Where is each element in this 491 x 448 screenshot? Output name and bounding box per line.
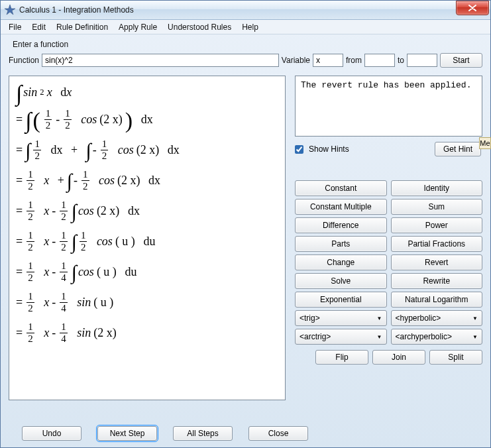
rule-sum[interactable]: Sum — [391, 199, 483, 215]
menu-help[interactable]: Help — [237, 21, 264, 33]
integral-icon: ∫ — [25, 108, 31, 133]
hint-message-box: The revert rule has been applied. — [295, 76, 482, 137]
window-close-button[interactable] — [456, 1, 489, 15]
all-steps-button[interactable]: All Steps — [173, 426, 233, 441]
rule-constant[interactable]: Constant — [295, 180, 387, 196]
bottom-button-row: Undo Next Step All Steps Close — [9, 422, 482, 441]
title-bar: Calculus 1 - Integration Methods — [1, 1, 490, 20]
integral-icon: ∫ — [72, 261, 77, 284]
math-steps-box: ∫ sin2x dx = ∫ ( 12 - 12 cos(2 x) ) dx — [9, 76, 286, 400]
function-label: Function — [9, 56, 39, 65]
rule-parts[interactable]: Parts — [295, 236, 387, 252]
right-panel: The revert rule has been applied. Show H… — [295, 76, 482, 364]
get-hint-button[interactable]: Get Hint — [435, 142, 481, 156]
flip-button[interactable]: Flip — [315, 350, 368, 364]
rule-change[interactable]: Change — [295, 254, 387, 270]
enter-function-label: Enter a function — [13, 40, 482, 49]
split-button[interactable]: Split — [429, 350, 482, 364]
math-line: = ∫ ( 12 - 12 cos(2 x) ) dx — [16, 104, 278, 135]
math-line: = 12 x - 14 sin( u ) — [16, 287, 278, 317]
chevron-down-icon: ▼ — [472, 334, 478, 340]
variable-label: Variable — [282, 56, 310, 65]
variable-input[interactable] — [313, 54, 343, 67]
math-line: ∫ sin2x dx — [16, 80, 278, 104]
function-input[interactable] — [42, 54, 279, 67]
integral-icon: ∫ — [86, 139, 91, 162]
show-hints-input[interactable] — [295, 145, 303, 154]
function-row: Function Variable from to Start — [9, 53, 482, 68]
to-input[interactable] — [407, 54, 437, 67]
to-label: to — [398, 56, 404, 65]
menu-bar: File Edit Rule Definition Apply Rule Und… — [1, 20, 490, 34]
integral-icon: ∫ — [72, 231, 77, 253]
math-line: = 12 x - 12 ∫ cos(2 x) dx — [16, 196, 278, 226]
integral-icon: ∫ — [67, 170, 72, 192]
from-label: from — [346, 56, 362, 65]
svg-marker-0 — [5, 5, 15, 15]
rule-partial-fractions[interactable]: Partial Fractions — [391, 236, 483, 252]
integral-icon: ∫ — [72, 200, 77, 223]
math-line: = 12 x - 14 ∫ cos( u ) du — [16, 256, 278, 287]
rule-difference[interactable]: Difference — [295, 217, 387, 233]
show-hints-checkbox[interactable]: Show Hints — [295, 144, 349, 154]
chevron-down-icon: ▼ — [377, 334, 382, 340]
rule-solve[interactable]: Solve — [295, 273, 387, 289]
dropdown-arctrig[interactable]: <arctrig>▼ — [295, 329, 387, 345]
menu-rule-def[interactable]: Rule Definition — [51, 21, 113, 33]
dropdown-archyperbolic[interactable]: <archyperbolic>▼ — [391, 329, 483, 345]
menu-file[interactable]: File — [3, 21, 27, 33]
menu-edit[interactable]: Edit — [27, 21, 51, 33]
menu-understood[interactable]: Understood Rules — [162, 21, 237, 33]
rule-exponential[interactable]: Exponential — [295, 292, 387, 308]
rule-revert[interactable]: Revert — [391, 254, 483, 270]
rule-natural-log[interactable]: Natural Logarithm — [391, 292, 483, 308]
hint-controls: Show Hints Get Hint — [295, 142, 482, 156]
dropdown-hyperbolic[interactable]: <hyperbolic>▼ — [391, 310, 483, 326]
content-area: Enter a function Function Variable from … — [1, 34, 490, 447]
rule-constant-multiple[interactable]: Constant Multiple — [295, 199, 387, 215]
math-line: = ∫ 12 dx + ∫ - 12 cos(2 x) dx — [16, 135, 278, 165]
rule-buttons-grid: Constant Identity Constant Multiple Sum … — [295, 180, 482, 345]
close-button[interactable]: Close — [248, 426, 308, 441]
math-line: = 12 x - 12 ∫ 12 cos( u ) du — [16, 226, 278, 256]
flip-join-split-row: Flip Join Split — [295, 350, 482, 364]
app-icon — [5, 5, 15, 15]
integral-icon: ∫ — [16, 81, 22, 106]
chevron-down-icon: ▼ — [377, 315, 382, 321]
window-title: Calculus 1 - Integration Methods — [19, 5, 456, 15]
integral-icon: ∫ — [25, 139, 30, 162]
from-input[interactable] — [364, 54, 395, 67]
side-tab[interactable]: Me — [479, 137, 491, 149]
start-button[interactable]: Start — [440, 53, 482, 68]
dropdown-trig[interactable]: <trig>▼ — [295, 310, 387, 326]
next-step-button[interactable]: Next Step — [97, 426, 157, 441]
rule-rewrite[interactable]: Rewrite — [391, 273, 483, 289]
main-area: ∫ sin2x dx = ∫ ( 12 - 12 cos(2 x) ) dx — [9, 76, 482, 420]
menu-apply-rule[interactable]: Apply Rule — [113, 21, 162, 33]
undo-button[interactable]: Undo — [22, 426, 82, 441]
rule-power[interactable]: Power — [391, 217, 483, 233]
join-button[interactable]: Join — [372, 350, 425, 364]
math-line: = 12 x + ∫ - 12 cos(2 x) dx — [16, 165, 278, 196]
math-line: = 12 x - 14 sin(2 x) — [16, 317, 278, 348]
chevron-down-icon: ▼ — [472, 315, 478, 321]
rule-identity[interactable]: Identity — [391, 180, 483, 196]
app-window: Calculus 1 - Integration Methods File Ed… — [0, 0, 491, 448]
